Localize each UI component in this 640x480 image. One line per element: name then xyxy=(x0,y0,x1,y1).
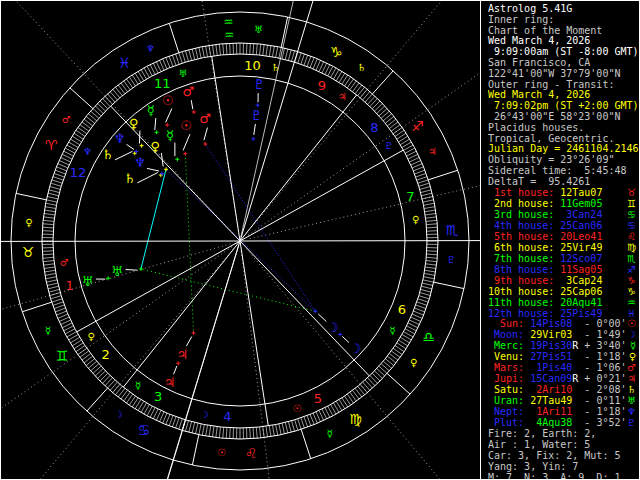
degree-tick xyxy=(301,418,305,428)
degree-tick xyxy=(426,224,437,225)
degree-tick xyxy=(295,420,298,431)
transit-planet-glyph-neptune: ♆ xyxy=(114,131,126,146)
sign-ruler-glyph-scorpio: ♇ xyxy=(447,254,456,265)
info-line: Tropical, Geocentric. xyxy=(488,134,614,144)
leader-line xyxy=(254,124,256,135)
position-dot-moon xyxy=(313,309,317,313)
house-row: 9th house: 3Cap24♑ xyxy=(488,276,636,286)
degree-tick xyxy=(43,220,54,221)
sign-ruler-glyph-cancer: ☽ xyxy=(114,409,123,420)
planet-icon: ☉ xyxy=(627,319,636,329)
sign-ruler-glyph-gemini: ☿ xyxy=(45,325,51,336)
position-dot-uranus xyxy=(139,267,143,271)
degree-tick xyxy=(209,45,211,56)
degree-tick xyxy=(365,380,372,388)
degree-tick xyxy=(426,220,437,221)
degree-tick xyxy=(427,231,438,232)
house-ruler-glyph-2: ♀ xyxy=(87,331,94,342)
sign-glyph-cancer: ♋ xyxy=(137,422,150,438)
position-dot-mercury xyxy=(155,130,159,134)
degree-tick xyxy=(421,286,432,289)
sign-ruler-glyph-virgo: ☿ xyxy=(327,428,333,439)
degree-tick xyxy=(105,96,113,104)
degree-tick xyxy=(263,427,264,438)
degree-tick xyxy=(179,419,182,429)
transit-planet-glyph-uranus: ♅ xyxy=(81,274,93,289)
degree-tick xyxy=(360,89,367,97)
sign-ruler-glyph-pisces: ♆ xyxy=(146,43,155,54)
house-row: 1st house: 12Tau07♉ xyxy=(488,188,636,198)
house-number-12: 12 xyxy=(70,165,87,180)
degree-tick xyxy=(55,170,65,174)
degree-tick xyxy=(219,44,220,55)
house-row: 5th house: 20Leo41♌ xyxy=(488,232,636,242)
degree-tick xyxy=(269,426,271,437)
degree-tick xyxy=(415,170,425,174)
planet-row: Moon: 29Vir03 - 1°49'☽ xyxy=(488,330,636,340)
degree-tick xyxy=(423,280,434,282)
house-cusp-11 xyxy=(212,56,240,241)
degree-tick xyxy=(156,410,161,420)
degree-tick xyxy=(319,410,324,420)
house-cusp-4 xyxy=(144,241,240,480)
summary-line: Fire: 2, Earth: 2, xyxy=(488,429,596,439)
degree-tick xyxy=(58,164,68,168)
info-line: DeltaT = 95.4261 xyxy=(488,177,590,187)
degree-tick xyxy=(256,427,257,438)
chart-wheel[interactable]: ♈♂♉♀♊☿♋☽♌☉♍☿♎♀♏♇♐♃♑♄♒♒♅♓♆1♂2♀3☿4☽5☉6☿7♀8… xyxy=(1,1,480,480)
info-line: Wed March 4, 2026 xyxy=(488,90,590,100)
degree-tick xyxy=(189,422,192,433)
degree-tick xyxy=(279,424,281,435)
degree-tick xyxy=(159,412,163,422)
degree-tick xyxy=(425,213,436,215)
info-line: Chart of the Moment xyxy=(488,26,602,36)
degree-tick xyxy=(416,173,426,177)
degree-tick xyxy=(385,359,394,366)
degree-tick xyxy=(411,160,421,164)
degree-tick xyxy=(427,251,438,252)
degree-tick xyxy=(179,53,182,63)
planet-icon: ♃ xyxy=(627,374,636,384)
degree-tick xyxy=(58,314,68,318)
degree-tick xyxy=(230,428,231,439)
zodiac-sign-icon: ♍ xyxy=(627,243,636,253)
degree-tick xyxy=(310,57,314,67)
transit-planet-glyph-moon: ☽ xyxy=(350,341,362,356)
degree-tick xyxy=(50,293,61,296)
degree-tick xyxy=(199,424,201,435)
degree-tick xyxy=(379,109,387,116)
degree-tick xyxy=(426,264,437,265)
degree-tick xyxy=(358,386,365,395)
transit-cusp-ray xyxy=(1,244,230,332)
degree-tick xyxy=(46,200,57,202)
house-ruler-glyph-10: ♄ xyxy=(271,62,280,73)
degree-tick xyxy=(256,44,257,55)
house-cusp-2 xyxy=(77,241,240,332)
house-number-1: 1 xyxy=(66,278,74,293)
astrolog-screen: ♈♂♉♀♊☿♋☽♌☉♍☿♎♀♏♇♐♃♑♄♒♒♅♓♆1♂2♀3☿4☽5☉6☿7♀8… xyxy=(0,0,640,480)
degree-tick xyxy=(285,49,288,60)
degree-tick xyxy=(212,426,214,437)
leader-line xyxy=(147,168,159,171)
degree-tick xyxy=(93,109,101,116)
degree-tick xyxy=(44,270,55,272)
degree-tick xyxy=(61,157,71,162)
degree-tick xyxy=(118,388,125,397)
degree-tick xyxy=(298,419,301,429)
degree-tick xyxy=(422,283,433,285)
degree-tick xyxy=(59,317,69,321)
zodiac-sign-icon: ♑ xyxy=(627,287,636,297)
degree-tick xyxy=(418,299,428,302)
degree-tick xyxy=(42,227,53,228)
natal-planet-glyph-saturn: ♄ xyxy=(124,171,136,186)
degree-tick xyxy=(425,270,436,272)
planet-icon: ♄ xyxy=(627,385,636,395)
degree-tick xyxy=(46,203,57,205)
degree-tick xyxy=(422,196,433,198)
degree-tick xyxy=(56,167,66,171)
degree-tick xyxy=(387,356,396,363)
degree-tick xyxy=(108,380,115,388)
leader-line xyxy=(318,314,326,322)
degree-tick xyxy=(310,414,314,424)
degree-tick xyxy=(288,422,291,433)
